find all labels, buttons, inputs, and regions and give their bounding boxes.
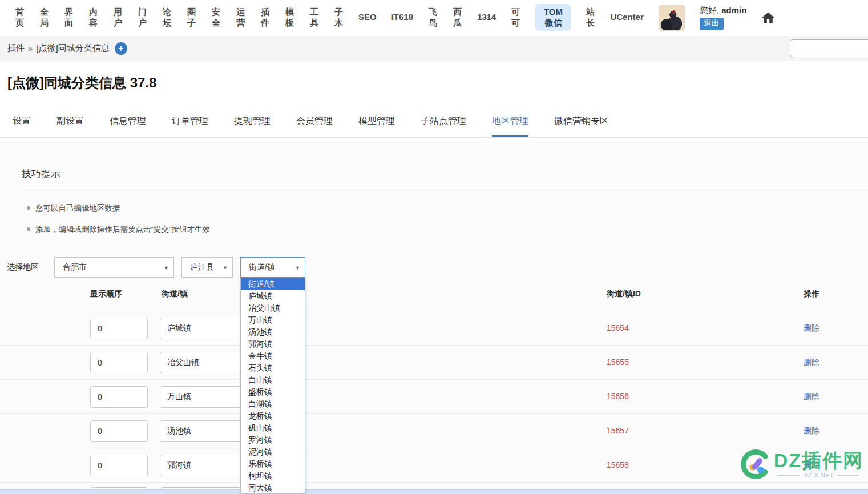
nav-tools[interactable]: 工具: [309, 7, 319, 29]
watermark-domain: DZ-X.NET: [778, 472, 859, 479]
header-action: 操作: [804, 289, 819, 299]
town-dropdown-list: 街道/镇 庐城镇 冶父山镇 万山镇 汤池镇 郭河镇 金牛镇 石头镇 白山镇 盛桥…: [240, 278, 305, 493]
nav-interface[interactable]: 界面: [64, 7, 74, 29]
town-name-input[interactable]: [160, 318, 253, 339]
nav-it618[interactable]: IT618: [391, 12, 413, 23]
nav-portal[interactable]: 门户: [138, 7, 147, 29]
display-order-input[interactable]: [90, 318, 148, 339]
display-order-input[interactable]: [90, 352, 148, 373]
town-id-value: 15657: [607, 426, 629, 435]
nav-zhanzhang[interactable]: 站长: [586, 7, 595, 29]
nav-keke[interactable]: 可可: [511, 7, 520, 29]
delete-link[interactable]: 删除: [804, 358, 819, 368]
town-name-input[interactable]: [160, 420, 253, 442]
table-row: 15658 删除: [0, 448, 868, 483]
nav-forum[interactable]: 论坛: [162, 7, 172, 29]
nav-global[interactable]: 全局: [39, 7, 49, 29]
display-order-input[interactable]: [90, 420, 148, 442]
region-select-label: 选择地区: [7, 262, 39, 272]
tab-settings[interactable]: 设置: [13, 105, 31, 137]
dropdown-option[interactable]: 庐城镇: [241, 290, 305, 302]
dropdown-option[interactable]: 汤池镇: [241, 326, 305, 338]
nav-content[interactable]: 内容: [88, 7, 98, 29]
search-input[interactable]: [790, 39, 868, 57]
town-name-input[interactable]: [160, 352, 253, 373]
nav-zimu[interactable]: 子木: [334, 7, 344, 29]
town-select[interactable]: 街道/镇 ▼: [240, 257, 305, 278]
tab-subsite-management[interactable]: 子站点管理: [421, 105, 466, 137]
user-block: 您好, admin 退出: [700, 5, 747, 30]
top-navigation: 首页 全局 界面 内容 用户 门户 论坛 圈子 安全 运营 插件 模板 工具 子…: [0, 0, 868, 35]
nav-tom-weixin-active[interactable]: TOM微信: [535, 4, 571, 31]
dropdown-option[interactable]: 柯坦镇: [241, 470, 305, 482]
add-favorite-button[interactable]: +: [115, 42, 127, 55]
dropdown-option[interactable]: 郭河镇: [241, 338, 305, 350]
dropdown-option[interactable]: 金牛镇: [241, 350, 305, 362]
admin-page: 首页 全局 界面 内容 用户 门户 论坛 圈子 安全 运营 插件 模板 工具 子…: [0, 0, 868, 494]
town-id-value: 15654: [607, 323, 629, 332]
county-select[interactable]: 庐江县 ▼: [181, 257, 233, 278]
username: admin: [721, 5, 746, 15]
logout-button[interactable]: 退出: [700, 18, 724, 30]
breadcrumb-page: [点微]同城分类信息: [36, 43, 109, 54]
tip-item: 您可以自己编辑地区数据: [35, 203, 120, 214]
watermark-text: DZ插件网: [774, 451, 863, 470]
nav-xigua[interactable]: 西瓜: [453, 7, 462, 29]
delete-link[interactable]: 删除: [804, 426, 819, 436]
dropdown-option[interactable]: 罗河镇: [241, 434, 305, 446]
town-name-input[interactable]: [160, 455, 253, 476]
table-row: 15656 删除: [0, 380, 868, 414]
nav-feiniao[interactable]: 飞鸟: [428, 7, 438, 29]
dropdown-option[interactable]: 泥河镇: [241, 446, 305, 458]
delete-link[interactable]: 删除: [804, 323, 819, 334]
dropdown-option[interactable]: 白湖镇: [241, 398, 305, 410]
chevron-down-icon: ▼: [164, 265, 169, 271]
nav-group[interactable]: 圈子: [187, 7, 196, 29]
tab-withdraw-management[interactable]: 提现管理: [234, 105, 271, 137]
delete-link[interactable]: 删除: [804, 392, 819, 402]
town-name-input[interactable]: [160, 386, 253, 408]
tab-model-management[interactable]: 模型管理: [358, 105, 395, 137]
user-avatar[interactable]: [659, 5, 685, 31]
tab-region-management[interactable]: 地区管理: [492, 105, 528, 137]
nav-security[interactable]: 安全: [211, 7, 221, 29]
display-order-input[interactable]: [90, 455, 148, 476]
dz-logo-icon: [740, 449, 770, 480]
dropdown-option[interactable]: 矾山镇: [241, 422, 305, 434]
dropdown-option[interactable]: 乐桥镇: [241, 458, 305, 470]
dz-plugin-watermark: DZ插件网 DZ-X.NET: [740, 449, 863, 480]
table-row: 15655 删除: [0, 346, 868, 380]
tab-info-management[interactable]: 信息管理: [110, 105, 146, 137]
nav-seo[interactable]: SEO: [358, 12, 377, 23]
tab-sub-settings[interactable]: 副设置: [56, 105, 84, 137]
nav-users[interactable]: 用户: [113, 7, 123, 29]
nav-1314[interactable]: 1314: [477, 12, 496, 23]
dropdown-option[interactable]: 街道/镇: [241, 278, 305, 290]
breadcrumb-section[interactable]: 插件: [7, 43, 25, 54]
nav-plugins[interactable]: 插件: [260, 7, 270, 29]
dropdown-option[interactable]: 同大镇: [241, 482, 305, 493]
county-select-value: 庐江县: [190, 262, 214, 272]
dropdown-option[interactable]: 盛桥镇: [241, 386, 305, 398]
tab-member-management[interactable]: 会员管理: [296, 105, 333, 137]
dropdown-option[interactable]: 万山镇: [241, 314, 305, 326]
nav-home[interactable]: 首页: [15, 7, 25, 29]
dropdown-option[interactable]: 石头镇: [241, 362, 305, 374]
city-select[interactable]: 合肥市 ▼: [54, 257, 174, 278]
tips-title: 技巧提示: [22, 167, 60, 180]
dropdown-option[interactable]: 白山镇: [241, 374, 305, 386]
nav-ucenter[interactable]: UCenter: [610, 12, 643, 23]
city-select-value: 合肥市: [63, 262, 87, 272]
tips-divider: [17, 191, 868, 191]
nav-operation[interactable]: 运营: [236, 7, 245, 29]
tab-wechat-marketing[interactable]: 微信营销专区: [554, 105, 609, 137]
bottom-strip: [0, 489, 868, 494]
tab-order-management[interactable]: 订单管理: [172, 105, 208, 137]
page-title: [点微]同城分类信息 37.8: [7, 74, 156, 92]
display-order-input[interactable]: [90, 386, 148, 408]
header-display-order: 显示顺序: [90, 289, 122, 299]
nav-templates[interactable]: 模板: [285, 7, 294, 29]
dropdown-option[interactable]: 龙桥镇: [241, 410, 305, 422]
home-icon[interactable]: [761, 11, 775, 25]
dropdown-option[interactable]: 冶父山镇: [241, 302, 305, 314]
